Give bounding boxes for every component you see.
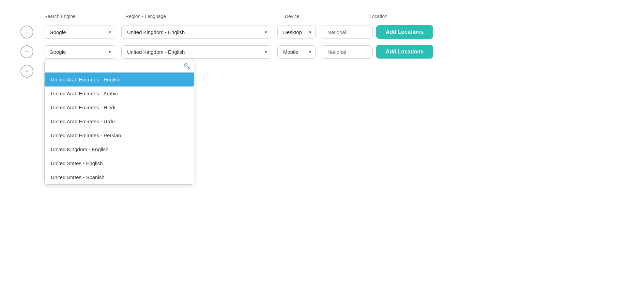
add-row-button[interactable]: +: [20, 65, 33, 78]
dropdown-search-input[interactable]: [48, 63, 184, 69]
device-dropdown-2[interactable]: Desktop Mobile Tablet: [277, 45, 316, 59]
minus-icon-1: −: [25, 28, 29, 36]
header-region-language: Region - Language: [125, 14, 279, 19]
region-dropdown-2[interactable]: United Kingdom - English United Arab Emi…: [121, 45, 271, 59]
dropdown-search-row: 🔍: [45, 60, 194, 73]
add-locations-button-2[interactable]: Add Locations: [376, 45, 433, 59]
engine-select-2[interactable]: Google Bing Yahoo ▾: [44, 45, 115, 59]
engine-select-1[interactable]: Google Bing Yahoo ▾: [44, 26, 115, 39]
location-input-2[interactable]: [322, 45, 373, 59]
search-icon: 🔍: [184, 63, 190, 69]
device-select-2[interactable]: Desktop Mobile Tablet ▾: [277, 45, 316, 59]
header-device: Device: [285, 14, 363, 19]
add-locations-button-1[interactable]: Add Locations: [376, 25, 433, 39]
header-search-engine: Search Engine: [44, 14, 119, 19]
column-headers: Search Engine Region - Language Device L…: [20, 14, 624, 19]
remove-row-1-button[interactable]: −: [20, 26, 33, 38]
region-dropdown-popup: 🔍 United Arab Emirates - English United …: [44, 60, 194, 185]
minus-icon-2: −: [25, 48, 29, 56]
dropdown-item-uk-english[interactable]: United Kingdom - English: [45, 142, 194, 156]
dropdown-item-uae-urdu[interactable]: United Arab Emirates - Urdu: [45, 114, 194, 128]
location-wrapper-2: Add Locations: [322, 45, 433, 59]
engine-dropdown-1[interactable]: Google Bing Yahoo: [44, 26, 115, 39]
dropdown-item-us-english[interactable]: United States - English: [45, 156, 194, 170]
dropdown-item-uae-english[interactable]: United Arab Emirates - English: [45, 73, 194, 86]
header-location: Location: [369, 14, 492, 19]
device-dropdown-1[interactable]: Desktop Mobile Tablet: [277, 26, 316, 39]
dropdown-item-uae-arabic[interactable]: United Arab Emirates - Arabic: [45, 86, 194, 100]
region-select-1[interactable]: United Kingdom - English United Arab Emi…: [121, 26, 271, 39]
dropdown-item-us-spanish[interactable]: United States - Spanish: [45, 170, 194, 184]
row-2-cols: − Google Bing Yahoo ▾ United Kingdom - E…: [20, 45, 433, 59]
row-1: − Google Bing Yahoo ▾ United Kingdom - E…: [20, 25, 624, 39]
plus-icon: +: [25, 67, 29, 75]
dropdown-item-uae-persian[interactable]: United Arab Emirates - Persian: [45, 128, 194, 142]
region-select-2[interactable]: United Kingdom - English United Arab Emi…: [121, 45, 271, 59]
device-select-1[interactable]: Desktop Mobile Tablet ▾: [277, 26, 316, 39]
row-2: − Google Bing Yahoo ▾ United Kingdom - E…: [20, 45, 624, 59]
location-wrapper-1: Add Locations: [322, 25, 433, 39]
page-container: Search Engine Region - Language Device L…: [0, 0, 644, 284]
dropdown-item-uae-hindi[interactable]: United Arab Emirates - Hindi: [45, 100, 194, 114]
dropdown-list: United Arab Emirates - English United Ar…: [45, 73, 194, 184]
region-dropdown-1[interactable]: United Kingdom - English United Arab Emi…: [121, 26, 271, 39]
engine-dropdown-2[interactable]: Google Bing Yahoo: [44, 45, 115, 59]
remove-row-2-button[interactable]: −: [20, 45, 33, 58]
location-input-1[interactable]: [322, 26, 373, 39]
